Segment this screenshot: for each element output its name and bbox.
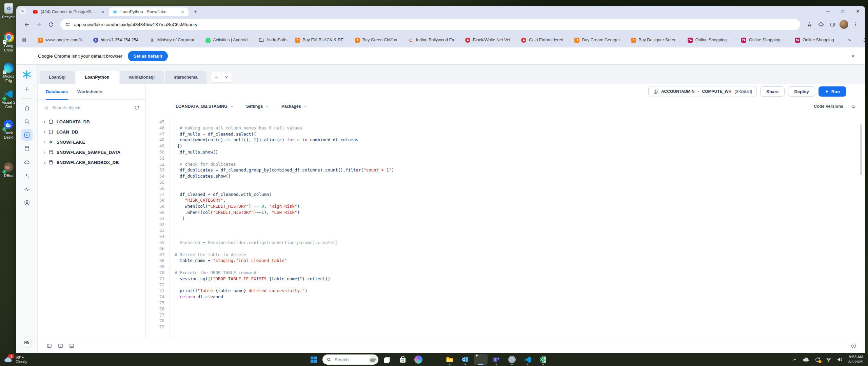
bookmarks-overflow-icon[interactable]: » <box>845 37 854 43</box>
bookmark-item[interactable]: FAOnline Shopping –... <box>684 35 737 45</box>
browser-menu-icon[interactable] <box>850 19 861 29</box>
share-button[interactable]: Share <box>760 86 785 97</box>
home-nav-icon[interactable] <box>21 102 33 114</box>
code-versions-button[interactable]: Code Versions <box>814 104 843 109</box>
context-pill[interactable]: ACCOUNTADMIN • COMPUTE_WH (X-Small) <box>648 86 757 97</box>
chevron-right-icon[interactable]: › <box>44 119 45 125</box>
url-text[interactable]: app.snowflake.com/helpxdy/af34845/w1X7ma… <box>74 22 197 27</box>
extensions-icon[interactable] <box>816 19 826 29</box>
bookmark-item[interactable]: FAOnline Shopping –... <box>791 35 845 45</box>
taskbar-clock[interactable]: 9:53 AM 3/3/2025 <box>848 354 863 365</box>
code-area[interactable]: 4546474849505152535455565758596061626364… <box>146 114 865 338</box>
bookmark-item[interactable]: Activities | Android... <box>201 35 255 45</box>
weather-widget[interactable]: 3 68°F Cloudy <box>0 355 58 364</box>
bookmark-item[interactable]: AndroSofts <box>255 35 291 45</box>
object-search[interactable] <box>38 100 145 115</box>
bookmark-star-icon[interactable] <box>804 19 814 29</box>
wifi-icon[interactable] <box>826 357 832 363</box>
apps-grid-icon[interactable] <box>21 36 26 44</box>
add-worksheet-button[interactable] <box>211 72 221 82</box>
settings-dropdown[interactable]: Settings <box>246 104 269 109</box>
reload-button[interactable] <box>45 19 56 30</box>
find-in-code-icon[interactable] <box>851 104 856 109</box>
bookmark-item[interactable]: CIndian Bollywood Fa... <box>405 35 461 45</box>
bookmark-item[interactable]: FAOnline Shopping –... <box>737 35 791 45</box>
bookmark-item[interactable]: phttp://1.254.254.254... <box>89 35 146 45</box>
chevron-right-icon[interactable]: › <box>44 129 45 135</box>
bookmark-item[interactable]: JBuy Designer Saree... <box>627 35 684 45</box>
minimize-button[interactable]: — <box>821 6 835 16</box>
help-icon[interactable] <box>851 343 856 349</box>
taskbar-postgresql-icon[interactable] <box>505 354 519 365</box>
tray-overflow-chevron-icon[interactable] <box>792 357 797 362</box>
desktop-icon-chrome[interactable]: ↗Goog Chror <box>1 32 16 52</box>
worksheet-tab-starschema[interactable]: starschema <box>165 71 207 84</box>
taskbar-copilot-icon[interactable] <box>412 354 425 365</box>
worksheet-tab-loanpython[interactable]: LoanPython <box>76 71 118 84</box>
taskbar-store-icon[interactable] <box>396 354 410 365</box>
chevron-right-icon[interactable]: › <box>44 149 45 155</box>
browser-tab[interactable]: (424) Connect to PostgreSQL fr✕ <box>29 7 109 16</box>
taskbar-search-input[interactable] <box>334 357 359 363</box>
volume-icon[interactable] <box>837 357 843 363</box>
bookmark-item[interactable]: JBuy Cream Georget... <box>571 35 627 45</box>
search-highlight-hippo-icon[interactable] <box>369 355 377 364</box>
tab-close-icon[interactable]: ✕ <box>180 9 185 15</box>
new-tab-button[interactable]: + <box>191 8 199 16</box>
layout-full-icon[interactable] <box>69 343 75 349</box>
forward-button[interactable] <box>33 19 44 30</box>
snowflake-logo[interactable] <box>21 69 33 80</box>
refresh-icon[interactable] <box>134 105 139 110</box>
bookmark-item[interactable]: JBuy Green Chiffon... <box>351 35 405 45</box>
search-nav-icon[interactable] <box>21 116 33 127</box>
database-tree-row[interactable]: ›SNOWFLAKE_SANDBOX_DB <box>38 157 145 167</box>
taskbar-teams-icon[interactable] <box>490 354 503 365</box>
side-panel-icon[interactable] <box>827 19 837 29</box>
bookmark-item[interactable]: Jwww.junglee.com/It... <box>34 35 89 45</box>
ai-ml-nav-icon[interactable] <box>21 170 33 181</box>
desktop-icon-edge[interactable]: ↗Micros Edg <box>1 63 16 83</box>
database-tree-row[interactable]: ›SNOWFLAKE_SAMPLE_DATA <box>38 147 145 157</box>
search-objects-input[interactable] <box>52 105 132 110</box>
user-avatar[interactable]: HN <box>22 338 32 348</box>
banner-close-icon[interactable]: ✕ <box>850 52 856 60</box>
bookmark-item[interactable]: ◆Gajri Embroidered... <box>517 35 571 45</box>
worksheet-tab-loansql[interactable]: LoanSql <box>40 71 75 84</box>
desktop-icon-dbeaver[interactable]: ✓DBea <box>1 162 16 178</box>
worksheet-tab-validationsql[interactable]: validationsql <box>120 71 164 84</box>
profile-avatar[interactable] <box>840 20 848 29</box>
set-as-default-button[interactable]: Set as default <box>128 51 168 61</box>
address-bar[interactable]: app.snowflake.com/helpxdy/af34845/w1X7ma… <box>60 19 800 30</box>
desktop-icon-vscode[interactable]: ✓Visual S Cod <box>1 89 16 109</box>
taskbar-search[interactable] <box>322 354 378 365</box>
database-tree-row[interactable]: ›SNOWFLAKE <box>38 137 145 147</box>
start-button[interactable] <box>307 354 320 365</box>
packages-dropdown[interactable]: Packages <box>281 104 308 109</box>
deploy-button[interactable]: Deploy <box>788 86 815 97</box>
taskbar-task-view-icon[interactable] <box>380 354 394 365</box>
layout-split-left-icon[interactable] <box>46 343 52 349</box>
taskbar-chrome-icon[interactable] <box>474 354 488 365</box>
chevron-right-icon[interactable]: › <box>44 139 45 145</box>
taskbar-edge-icon[interactable] <box>427 354 441 365</box>
bookmark-item[interactable]: ◆Black/White Net Vel... <box>461 35 517 45</box>
run-button[interactable]: Run <box>818 86 846 97</box>
bookmark-item[interactable]: ♜Ministry of Corporat... <box>146 35 201 45</box>
sidebar-tab-worksheets[interactable]: Worksheets <box>77 84 102 99</box>
tab-search-button[interactable] <box>19 7 26 15</box>
desktop-icon-docker[interactable]: ✓Dock Deskt <box>1 119 16 139</box>
onedrive-icon[interactable] <box>802 357 810 362</box>
taskbar-outlook-icon[interactable] <box>458 354 472 365</box>
maximize-button[interactable]: □ <box>835 6 850 16</box>
admin-nav-icon[interactable] <box>21 197 33 208</box>
cloud-nav-icon[interactable] <box>21 156 33 168</box>
database-tree-row[interactable]: ›LOANDATA_DB <box>38 117 145 127</box>
create-new-button[interactable] <box>21 83 33 95</box>
worksheet-list-chevron-icon[interactable] <box>221 72 232 82</box>
worksheets-nav-icon[interactable] <box>21 129 33 141</box>
editor-scrollbar[interactable] <box>860 124 862 175</box>
site-settings-icon[interactable] <box>65 22 71 27</box>
sync-status-icon[interactable] <box>815 357 821 363</box>
tab-close-icon[interactable]: ✕ <box>100 9 105 15</box>
desktop-icon-recycle-bin[interactable]: ♻Recycle <box>1 3 16 19</box>
